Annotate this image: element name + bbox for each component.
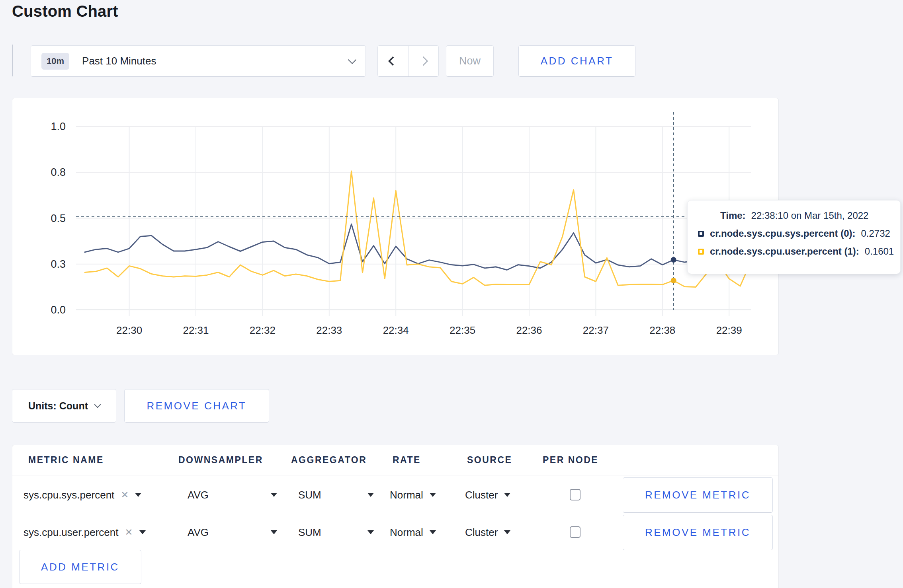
tooltip-user-name: cr.node.sys.cpu.user.percent (1):: [710, 246, 859, 257]
chart-tooltip: Time: 22:38:10 on Mar 15th, 2022 cr.node…: [687, 200, 901, 274]
svg-text:0.3: 0.3: [51, 258, 66, 270]
chart-card[interactable]: 1.00.80.50.30.022:3022:3122:3222:3322:34…: [12, 98, 779, 355]
dropdown-caret-icon: [271, 530, 277, 534]
dropdown-caret-icon: [271, 493, 277, 497]
page-title: Custom Chart: [12, 2, 118, 20]
dropdown-caret-icon: [504, 493, 510, 497]
time-prev-button[interactable]: [378, 46, 408, 76]
metric-name-select[interactable]: sys.cpu.sys.percent ✕: [23, 476, 141, 514]
svg-text:22:37: 22:37: [583, 324, 609, 336]
svg-text:0.0: 0.0: [51, 304, 66, 316]
toolbar-divider: [12, 45, 13, 76]
remove-chart-button[interactable]: REMOVE CHART: [124, 389, 269, 423]
header-per-node: PER NODE: [543, 455, 598, 465]
table-row: sys.cpu.user.percent ✕ AVG SUM Normal Cl…: [12, 514, 778, 551]
header-source: SOURCE: [467, 455, 512, 465]
tooltip-sys-value: 0.2732: [861, 228, 890, 239]
units-label: Units: Count: [28, 400, 88, 412]
time-nav-group: [377, 45, 439, 77]
per-node-checkbox[interactable]: [570, 526, 580, 538]
rate-select[interactable]: Normal: [390, 476, 436, 514]
svg-text:22:36: 22:36: [516, 324, 542, 336]
header-rate: RATE: [393, 455, 421, 465]
timeseries-chart[interactable]: 1.00.80.50.30.022:3022:3122:3222:3322:34…: [12, 98, 778, 355]
svg-text:22:33: 22:33: [316, 324, 342, 336]
metric-name-select[interactable]: sys.cpu.user.percent ✕: [23, 514, 146, 551]
svg-text:22:31: 22:31: [183, 324, 209, 336]
dropdown-caret-icon: [367, 493, 374, 497]
svg-text:22:38: 22:38: [649, 324, 675, 336]
rate-select[interactable]: Normal: [390, 514, 436, 551]
add-chart-button[interactable]: ADD CHART: [518, 45, 635, 77]
source-select[interactable]: Cluster: [465, 476, 510, 514]
aggregator-select[interactable]: SUM: [298, 514, 374, 551]
dropdown-caret-icon: [430, 493, 436, 497]
svg-text:1.0: 1.0: [51, 121, 66, 132]
time-range-selector[interactable]: 10m Past 10 Minutes: [31, 45, 366, 77]
svg-text:0.5: 0.5: [51, 212, 66, 224]
source-select[interactable]: Cluster: [465, 514, 510, 551]
aggregator-select[interactable]: SUM: [298, 476, 374, 514]
dropdown-caret-icon: [367, 530, 374, 534]
time-next-button[interactable]: [408, 46, 439, 76]
svg-text:22:35: 22:35: [450, 324, 475, 336]
chevron-right-icon: [418, 56, 428, 66]
svg-text:22:39: 22:39: [716, 324, 742, 336]
per-node-checkbox[interactable]: [570, 489, 580, 500]
time-range-badge: 10m: [41, 53, 69, 70]
time-range-label: Past 10 Minutes: [82, 55, 156, 67]
dropdown-caret-icon: [430, 530, 436, 534]
chevron-down-icon: [94, 401, 101, 408]
header-metric-name: METRIC NAME: [28, 455, 104, 465]
header-downsampler: DOWNSAMPLER: [178, 455, 263, 465]
clear-metric-icon[interactable]: ✕: [125, 527, 133, 538]
clear-metric-icon[interactable]: ✕: [121, 489, 129, 500]
dropdown-caret-icon: [504, 530, 510, 534]
chevron-left-icon: [388, 56, 398, 66]
tooltip-time-label: Time:: [720, 210, 746, 221]
units-selector[interactable]: Units: Count: [12, 389, 116, 423]
svg-text:0.8: 0.8: [51, 166, 66, 178]
header-aggregator: AGGREGATOR: [291, 455, 367, 465]
downsampler-select[interactable]: AVG: [188, 514, 277, 551]
tooltip-time-value: 22:38:10 on Mar 15th, 2022: [751, 210, 869, 221]
tooltip-sys-name: cr.node.sys.cpu.sys.percent (0):: [710, 228, 855, 239]
dropdown-caret-icon: [135, 493, 141, 497]
add-metric-button[interactable]: ADD METRIC: [19, 550, 141, 584]
svg-text:22:34: 22:34: [383, 324, 409, 336]
tooltip-user-value: 0.1601: [865, 246, 894, 257]
metrics-table-header: METRIC NAME DOWNSAMPLER AGGREGATOR RATE …: [12, 445, 778, 475]
chevron-down-icon: [348, 56, 356, 64]
svg-text:22:30: 22:30: [116, 324, 142, 336]
table-row: sys.cpu.sys.percent ✕ AVG SUM Normal Clu…: [12, 476, 778, 514]
user-series-swatch-icon: [698, 249, 704, 255]
remove-metric-button[interactable]: REMOVE METRIC: [623, 477, 773, 513]
custom-chart-page: Custom Chart 10m Past 10 Minutes Now ADD…: [0, 0, 903, 588]
now-button[interactable]: Now: [446, 45, 494, 77]
remove-metric-button[interactable]: REMOVE METRIC: [623, 515, 773, 550]
sys-series-swatch-icon: [698, 231, 704, 237]
dropdown-caret-icon: [139, 530, 146, 534]
downsampler-select[interactable]: AVG: [188, 476, 277, 514]
svg-text:22:32: 22:32: [250, 324, 276, 336]
